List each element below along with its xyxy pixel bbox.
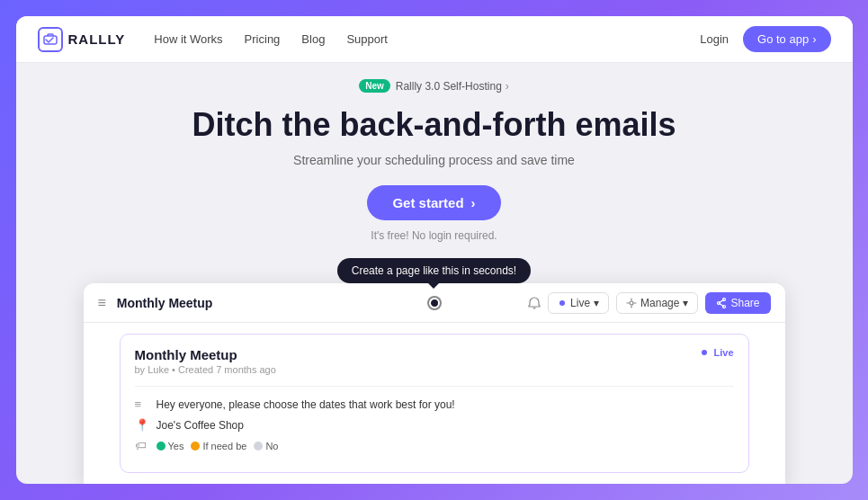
event-card-info: Monthly Meetup by Luke • Created 7 month… bbox=[135, 347, 276, 375]
demo-content: Monthly Meetup by Luke • Created 7 month… bbox=[84, 334, 785, 484]
event-meta: by Luke • Created 7 months ago bbox=[135, 364, 276, 375]
svg-point-2 bbox=[630, 301, 633, 305]
demo-card-container: ≡ Monthly Meetup Live bbox=[84, 283, 785, 484]
free-text: It's free! No login required. bbox=[371, 229, 497, 242]
tag-no: No bbox=[254, 441, 278, 451]
live-button[interactable]: Live ▾ bbox=[548, 292, 609, 314]
nav-support[interactable]: Support bbox=[346, 32, 388, 46]
nav-blog[interactable]: Blog bbox=[301, 32, 325, 46]
demo-toolbar: ≡ Monthly Meetup Live bbox=[84, 283, 785, 323]
goto-app-button[interactable]: Go to app › bbox=[743, 26, 830, 52]
event-card-header: Monthly Meetup by Luke • Created 7 month… bbox=[135, 347, 734, 375]
tooltip-bubble: Create a page like this in seconds! bbox=[337, 258, 531, 283]
nav-how-it-works[interactable]: How it Works bbox=[154, 32, 222, 46]
tag-ifneed: If need be bbox=[191, 441, 246, 451]
svg-point-1 bbox=[559, 300, 565, 306]
headline: Ditch the back-and-forth emails bbox=[192, 105, 676, 144]
get-started-button[interactable]: Get started › bbox=[367, 185, 500, 220]
nav-links: How it Works Pricing Blog Support bbox=[154, 32, 700, 46]
bell-icon-button[interactable] bbox=[528, 297, 541, 309]
demo-section: Create a page like this in seconds! ≡ Mo… bbox=[16, 258, 853, 484]
svg-point-6 bbox=[702, 350, 707, 355]
share-button[interactable]: Share bbox=[705, 292, 770, 314]
divider bbox=[135, 386, 734, 387]
location-icon: 📍 bbox=[135, 418, 149, 432]
navbar: RALLLY How it Works Pricing Blog Support… bbox=[16, 16, 853, 63]
main-container: RALLLY How it Works Pricing Blog Support… bbox=[16, 16, 853, 484]
tag-wrap: Yes If need be No bbox=[157, 441, 279, 451]
menu-icon: ≡ bbox=[98, 295, 106, 311]
text-icon: ≡ bbox=[135, 397, 149, 411]
login-button[interactable]: Login bbox=[700, 32, 729, 46]
nav-pricing[interactable]: Pricing bbox=[245, 32, 281, 46]
announcement-bar[interactable]: New Rallly 3.0 Self-Hosting › bbox=[359, 79, 509, 93]
tag-yes: Yes bbox=[157, 441, 184, 451]
subheadline: Streamline your scheduling process and s… bbox=[293, 153, 575, 167]
yes-dot bbox=[157, 442, 166, 451]
manage-button[interactable]: Manage ▾ bbox=[616, 292, 698, 314]
logo-text: RALLLY bbox=[68, 31, 126, 47]
demo-toolbar-title: Monthly Meetup bbox=[117, 296, 528, 310]
nav-actions: Login Go to app › bbox=[700, 26, 830, 52]
tags-row: 🏷 Yes If need be bbox=[135, 439, 734, 452]
demo-dot bbox=[429, 298, 440, 308]
event-title: Monthly Meetup bbox=[135, 347, 276, 362]
ifneed-dot bbox=[191, 442, 200, 451]
logo[interactable]: RALLLY bbox=[38, 27, 126, 52]
tag-icon: 🏷 bbox=[135, 439, 149, 452]
announcement-text: Rallly 3.0 Self-Hosting bbox=[396, 80, 502, 93]
description-row: ≡ Hey everyone, please choose the dates … bbox=[135, 397, 734, 411]
logo-icon bbox=[38, 27, 63, 52]
live-badge: Live bbox=[699, 347, 733, 358]
announcement-arrow: › bbox=[506, 80, 509, 93]
demo-toolbar-right: Live ▾ Manage ▾ bbox=[528, 292, 770, 314]
no-dot bbox=[254, 442, 263, 451]
main-content: New Rallly 3.0 Self-Hosting › Ditch the … bbox=[16, 63, 853, 484]
location-row: 📍 Joe's Coffee Shop bbox=[135, 418, 734, 432]
event-card: Monthly Meetup by Luke • Created 7 month… bbox=[120, 334, 749, 473]
new-badge: New bbox=[359, 79, 390, 93]
